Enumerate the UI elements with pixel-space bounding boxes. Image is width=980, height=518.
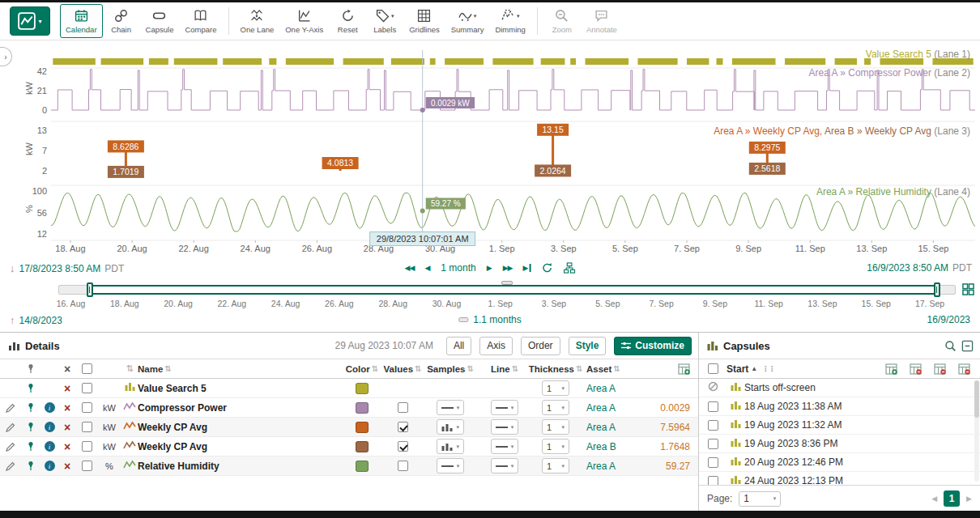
color-swatch[interactable]: [356, 441, 369, 452]
capsule-row[interactable]: 18 Aug 2023 11:38 AM: [699, 397, 980, 416]
thickness-select[interactable]: 1▾: [542, 458, 569, 473]
prev-page-icon[interactable]: ◀: [931, 495, 937, 503]
remove-all-icon[interactable]: ×: [58, 363, 76, 376]
lane-label[interactable]: Area A » Compressor Power (Lane 2): [809, 67, 970, 79]
refresh-button[interactable]: [541, 262, 552, 274]
sidebar-expand-button[interactable]: ›: [0, 47, 12, 66]
sort-order-icon[interactable]: ⇅: [121, 363, 138, 374]
duration-grip[interactable]: [458, 317, 468, 322]
color-swatch[interactable]: [356, 461, 369, 472]
column-header-name[interactable]: Name⇅: [138, 364, 340, 374]
capsule-row[interactable]: 19 Aug 2023 8:36 PM: [699, 435, 980, 453]
slider-grip[interactable]: [501, 281, 513, 285]
row-checkbox[interactable]: [82, 402, 92, 413]
copy-time-range-button[interactable]: [563, 262, 575, 274]
toolbar-compare-button[interactable]: Compare: [179, 4, 222, 38]
values-checkbox[interactable]: [398, 461, 408, 471]
axis-button[interactable]: Axis: [479, 337, 513, 355]
investigate-range-end-link[interactable]: 16/9/2023: [927, 314, 970, 325]
edit-icon[interactable]: [6, 461, 15, 471]
capsule-checkbox[interactable]: [708, 457, 718, 468]
toolbar-calendar-button[interactable]: Calendar: [60, 4, 103, 38]
range-start-arrow-icon[interactable]: ↓: [10, 262, 15, 274]
details-row[interactable]: i×kWWeekly CP Avg▾▾1▾Area B1.7648: [0, 437, 698, 456]
scrollbar[interactable]: [974, 380, 979, 482]
capsule-row[interactable]: Starts off-screen: [699, 379, 980, 397]
seeq-logo-button[interactable]: ▾: [10, 6, 50, 36]
style-button[interactable]: Style: [569, 337, 607, 355]
current-page-button[interactable]: 1: [944, 490, 960, 507]
pin-icon[interactable]: [26, 363, 36, 374]
toolbar-chain-button[interactable]: Chain: [103, 4, 140, 38]
line-style-select[interactable]: ▾: [491, 400, 519, 415]
lane-label[interactable]: Area A » Relative Humidity (Lane 4): [816, 186, 970, 197]
pin-icon[interactable]: [26, 461, 36, 471]
pin-icon[interactable]: [26, 383, 36, 393]
select-all-checkbox[interactable]: [82, 363, 92, 374]
info-icon[interactable]: i: [45, 422, 55, 432]
capsule-row[interactable]: 24 Aug 2023 12:13 PM: [699, 472, 980, 485]
row-checkbox[interactable]: [82, 441, 92, 452]
edit-icon[interactable]: [6, 403, 15, 413]
toolbar-labels-button[interactable]: ▾Labels: [366, 4, 403, 38]
next-page-icon[interactable]: ▶: [966, 495, 972, 503]
investigate-range-start-link[interactable]: 14/8/2023: [19, 315, 62, 326]
info-icon[interactable]: i: [45, 402, 55, 413]
pan-fast-back-button[interactable]: ◀◀: [405, 264, 415, 272]
investigate-duration-link[interactable]: 1.1 months: [473, 314, 521, 325]
slider-right-handle[interactable]: [934, 282, 940, 297]
edit-icon[interactable]: [6, 442, 15, 452]
asset-link[interactable]: Area B: [586, 441, 616, 452]
toolbar-capsule-button[interactable]: Capsule: [140, 4, 180, 38]
order-button[interactable]: Order: [521, 337, 560, 355]
toolbar-dimming-button[interactable]: ▾Dimming: [489, 4, 530, 38]
capsules-stat-icon-3[interactable]: [958, 363, 970, 375]
slider-selected-range[interactable]: [90, 285, 937, 295]
toolbar-reset-button[interactable]: Reset: [329, 4, 366, 38]
remove-icon[interactable]: ×: [58, 440, 76, 453]
capsule-checkbox[interactable]: [708, 476, 718, 486]
details-row[interactable]: ×Value Search 51▾Area A: [0, 379, 698, 398]
pan-forward-button[interactable]: ▶: [487, 264, 492, 272]
column-header-thickness[interactable]: Thickness⇅: [530, 364, 582, 374]
remove-icon[interactable]: ×: [58, 421, 76, 434]
pin-icon[interactable]: [26, 402, 36, 413]
column-header-line[interactable]: Line⇅: [479, 364, 530, 374]
capsule-row[interactable]: 20 Aug 2023 12:46 PM: [699, 453, 980, 472]
remove-icon[interactable]: ×: [58, 460, 76, 473]
row-checkbox[interactable]: [82, 383, 92, 393]
line-style-select[interactable]: ▾: [491, 439, 519, 454]
capsule-time-toggle-icon[interactable]: [962, 283, 974, 295]
edit-icon[interactable]: [6, 422, 15, 432]
pin-icon[interactable]: [26, 422, 36, 432]
remove-icon[interactable]: ×: [58, 382, 76, 395]
display-range-start-link[interactable]: 17/8/2023 8:50 AM: [19, 263, 101, 274]
pan-back-button[interactable]: ◀: [424, 264, 430, 272]
row-checkbox[interactable]: [82, 461, 92, 471]
color-swatch[interactable]: [356, 422, 369, 433]
column-header-color[interactable]: Color⇅: [340, 364, 384, 374]
pin-icon[interactable]: [26, 441, 36, 452]
toolbar-summary-button[interactable]: ▾Summary: [445, 4, 490, 38]
color-swatch[interactable]: [356, 383, 369, 394]
asset-link[interactable]: Area A: [586, 422, 616, 433]
values-checkbox[interactable]: [398, 422, 408, 432]
slider-left-handle[interactable]: [87, 282, 93, 297]
capsules-stat-icon-2[interactable]: [934, 363, 946, 375]
row-checkbox[interactable]: [82, 422, 92, 432]
color-swatch[interactable]: [356, 402, 369, 414]
capsule-checkbox[interactable]: [708, 420, 718, 431]
capsule-checkbox[interactable]: [708, 401, 718, 412]
samples-select[interactable]: ▾: [437, 439, 464, 454]
thickness-select[interactable]: 1▾: [542, 380, 569, 396]
details-row[interactable]: i×kWCompressor Power▾▾1▾Area A0.0029: [0, 398, 698, 418]
display-range-end-link[interactable]: 16/9/2023 8:50 AM: [867, 262, 948, 274]
column-header-values[interactable]: Values⇅: [384, 364, 421, 374]
asset-link[interactable]: Area A: [586, 461, 616, 472]
capsules-columns-icon[interactable]: [885, 363, 897, 375]
capsule-row[interactable]: 19 Aug 2023 11:32 AM: [699, 416, 980, 435]
info-icon[interactable]: i: [45, 441, 55, 452]
all-button[interactable]: All: [446, 337, 471, 355]
customize-button[interactable]: Customize: [614, 337, 692, 355]
page-size-select[interactable]: 1▾: [739, 491, 781, 507]
